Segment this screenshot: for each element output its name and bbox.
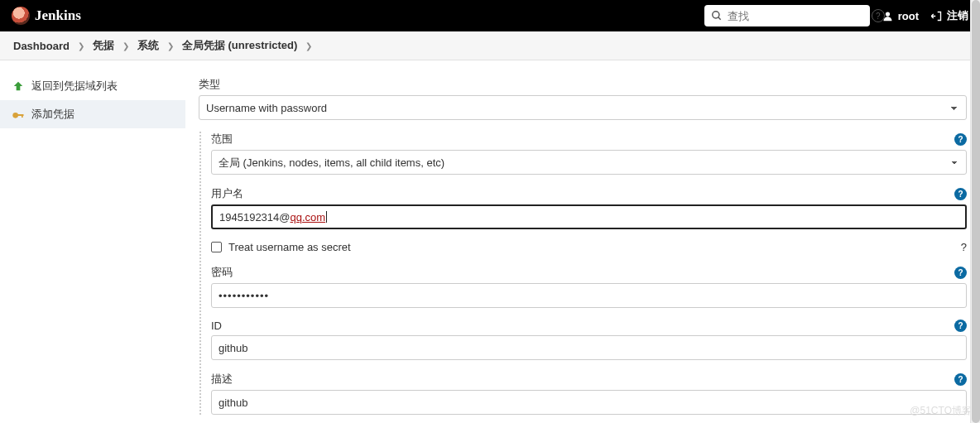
brand-text: Jenkins (35, 7, 81, 24)
crumb-credentials[interactable]: 凭据 (93, 38, 114, 53)
sidebar-item-label: 添加凭据 (31, 107, 74, 122)
layout: 返回到凭据域列表 添加凭据 类型 Username with password … (0, 60, 980, 423)
main-content: 类型 Username with password 范围 ? 全局 (Jenki… (185, 60, 980, 423)
logout-icon (930, 10, 943, 22)
field-description: 描述 ? (211, 372, 967, 415)
logout-text: 注销 (947, 8, 968, 23)
password-input[interactable]: ••••••••••• (211, 283, 967, 308)
svg-line-1 (718, 17, 720, 20)
sidebar-item-back[interactable]: 返回到凭据域列表 (0, 72, 185, 100)
caret-icon (326, 211, 327, 223)
jenkins-logo-icon (12, 7, 30, 25)
search-box[interactable]: ? (704, 5, 870, 26)
chevron-right-icon: ❯ (305, 41, 312, 50)
help-icon[interactable]: ? (954, 373, 967, 386)
help-icon[interactable]: ? (954, 320, 967, 332)
chevron-right-icon: ❯ (122, 41, 129, 50)
field-scope: 范围 ? 全局 (Jenkins, nodes, items, all chil… (211, 132, 967, 175)
svg-point-0 (712, 12, 718, 18)
scrollbar[interactable] (970, 0, 980, 423)
brand[interactable]: Jenkins (12, 7, 81, 25)
field-username: 用户名 ? 1945192314@qq.com (211, 186, 967, 229)
sidebar-item-add-credentials[interactable]: 添加凭据 (0, 100, 185, 128)
field-type: 类型 Username with password (199, 77, 967, 120)
arrow-up-icon (12, 79, 25, 93)
breadcrumb: Dashboard ❯ 凭据 ❯ 系统 ❯ 全局凭据 (unrestricted… (0, 31, 980, 60)
id-input[interactable] (211, 335, 967, 360)
chevron-right-icon: ❯ (167, 41, 174, 50)
svg-rect-5 (22, 114, 23, 118)
username-label: 用户名 (211, 186, 243, 201)
scrollbar-thumb[interactable] (972, 0, 980, 423)
scope-select[interactable]: 全局 (Jenkins, nodes, items, all child ite… (211, 150, 967, 175)
user-icon (882, 10, 894, 22)
search-icon (711, 10, 723, 22)
user-name: root (898, 10, 919, 22)
description-label: 描述 (211, 372, 233, 387)
password-label: 密码 (211, 265, 233, 280)
description-input[interactable] (211, 390, 967, 415)
sidebar-item-label: 返回到凭据域列表 (31, 79, 118, 94)
field-id: ID ? (211, 320, 967, 360)
help-icon[interactable]: ? (954, 188, 967, 200)
user-link[interactable]: root (882, 10, 919, 22)
search-input[interactable] (723, 10, 872, 22)
top-bar: Jenkins ? root 注销 (0, 0, 980, 31)
logout-link[interactable]: 注销 (930, 8, 968, 23)
treat-secret-label: Treat username as secret (228, 241, 351, 253)
field-password: 密码 ? ••••••••••• (211, 265, 967, 308)
chevron-right-icon: ❯ (78, 41, 84, 50)
crumb-dashboard[interactable]: Dashboard (13, 40, 70, 52)
treat-secret-checkbox[interactable] (211, 242, 222, 252)
scope-label: 范围 (211, 132, 233, 147)
username-input[interactable]: 1945192314@qq.com (211, 204, 967, 229)
sidebar: 返回到凭据域列表 添加凭据 (0, 60, 185, 423)
help-icon[interactable]: ? (961, 241, 967, 253)
crumb-global[interactable]: 全局凭据 (unrestricted) (182, 38, 297, 53)
svg-point-2 (886, 12, 890, 16)
help-icon[interactable]: ? (954, 267, 967, 279)
help-icon[interactable]: ? (954, 133, 967, 146)
crumb-system[interactable]: 系统 (137, 38, 159, 53)
type-label: 类型 (199, 77, 220, 92)
key-icon (12, 108, 25, 121)
type-select[interactable]: Username with password (199, 95, 967, 120)
field-treat-secret: Treat username as secret ? (211, 241, 967, 253)
id-label: ID (211, 320, 222, 332)
